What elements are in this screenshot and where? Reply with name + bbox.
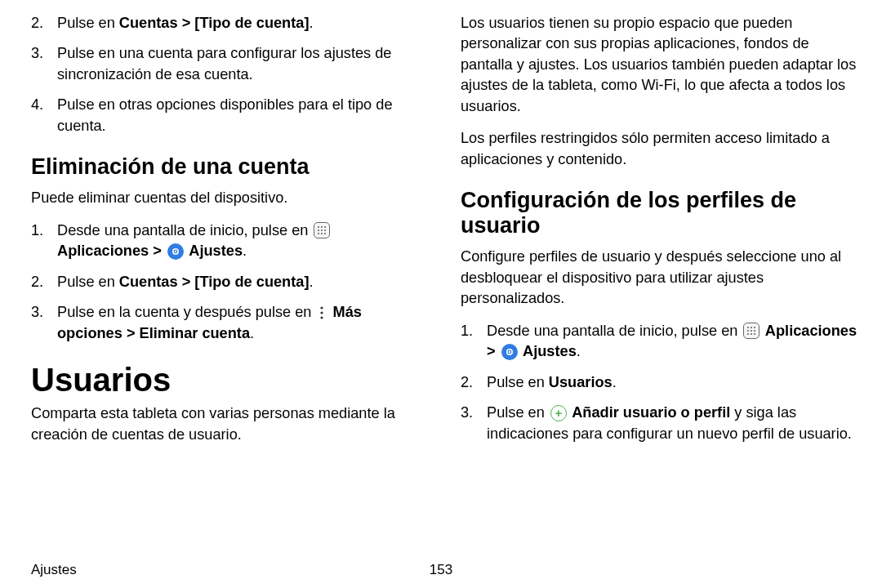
svg-point-0 [318,226,319,228]
step-number: 3. [461,403,480,423]
svg-point-1 [321,226,323,228]
svg-point-20 [747,333,749,335]
text: . [243,243,247,259]
text: . [250,325,254,341]
list-item: 3.Pulse en Añadir usuario o perfil y sig… [461,403,858,444]
text: . [612,374,617,390]
text: Pulse en [57,274,119,290]
bold-text: Ajustes [185,243,243,259]
svg-point-22 [754,333,755,335]
svg-point-4 [321,229,323,231]
text: Desde una pantalla de inicio, pulse en [57,222,312,238]
list-item: 2.Pulse en Usuarios. [461,372,858,393]
apps-icon [314,222,330,238]
svg-point-21 [751,333,752,335]
step-number: 3. [31,43,51,64]
settings-icon [501,344,518,360]
list-item: 3. Pulse en una cuenta para configurar l… [31,43,425,85]
step-number: 4. [31,95,51,115]
bold-text: Ajustes [519,343,577,359]
svg-point-15 [751,327,752,328]
account-steps-top: 2. Pulse en Cuentas > [Tipo de cuenta]. … [31,13,425,136]
step-body: Pulse en Usuarios. [487,374,617,390]
apps-icon [743,323,760,339]
right-column: Los usuarios tienen su propio espacio qu… [448,13,864,580]
paragraph-delete-intro: Puede eliminar cuentas del dispositivo. [31,188,425,208]
settings-icon [167,243,184,260]
left-column: 2. Pulse en Cuentas > [Tipo de cuenta]. … [31,13,448,580]
step-body: Pulse en Cuentas > [Tipo de cuenta]. [57,274,314,290]
step-text-pre: Pulse en una cuenta para configurar los … [57,45,392,82]
profile-config-steps: 1.Desde una pantalla de inicio, pulse en… [461,321,858,444]
step-number: 1. [31,220,51,241]
svg-point-18 [751,330,752,332]
list-item: 2. Pulse en Cuentas > [Tipo de cuenta]. [31,13,425,33]
page: 2. Pulse en Cuentas > [Tipo de cuenta]. … [0,0,882,588]
svg-point-7 [321,233,323,234]
svg-point-17 [747,330,749,332]
svg-point-24 [508,350,510,352]
add-icon [550,405,567,421]
list-item: 2.Pulse en Cuentas > [Tipo de cuenta]. [31,272,425,292]
step-number: 2. [461,372,480,393]
step-number: 3. [31,302,51,323]
heading-delete-account: Eliminación de una cuenta [31,154,425,180]
step-text-post: . [309,15,313,31]
svg-point-16 [754,327,755,328]
step-body: Desde una pantalla de inicio, pulse en A… [57,222,332,259]
list-item: 4. Pulse en otras opciones disponibles p… [31,95,425,136]
svg-point-11 [321,306,323,309]
heading-profile-config: Configuración de los perfiles de usuario [461,188,858,238]
svg-point-10 [175,250,176,252]
bold-text: Aplicaciones > [57,243,166,259]
svg-point-5 [324,229,326,231]
svg-point-2 [324,226,326,228]
text: Desde una pantalla de inicio, pulse en [487,323,742,339]
step-body: Desde una pantalla de inicio, pulse en A… [487,323,857,359]
svg-point-12 [321,311,323,314]
paragraph-users-intro: Comparta esta tableta con varias persona… [31,403,425,445]
bold-text: Cuentas > [Tipo de cuenta] [119,274,310,290]
more-options-icon [317,305,327,321]
svg-point-8 [324,233,326,234]
heading-users: Usuarios [31,362,425,399]
step-text-pre: Pulse en [57,15,119,31]
step-body: Pulse en Añadir usuario o perfil y siga … [487,404,852,441]
text: Pulse en [487,374,549,390]
page-number: 153 [0,562,882,578]
svg-point-3 [318,229,319,231]
paragraph-restricted-profiles: Los perfiles restringidos sólo permiten … [461,128,858,170]
svg-point-14 [747,327,749,328]
step-number: 1. [461,321,480,341]
step-number: 2. [31,13,51,33]
delete-account-steps: 1.Desde una pantalla de inicio, pulse en… [31,220,425,344]
step-text-bold: Cuentas > [Tipo de cuenta] [119,15,310,31]
step-body: Pulse en la cuenta y después pulse en Má… [57,304,362,341]
svg-point-13 [321,316,323,318]
svg-point-6 [318,233,319,234]
svg-point-19 [754,330,755,332]
paragraph-users-own-space: Los usuarios tienen su propio espacio qu… [461,13,858,117]
list-item: 1.Desde una pantalla de inicio, pulse en… [31,220,425,262]
list-item: 1.Desde una pantalla de inicio, pulse en… [461,321,858,363]
step-text-pre: Pulse en otras opciones disponibles para… [57,96,393,133]
bold-text: Usuarios [549,374,612,390]
text: . [309,274,313,290]
bold-text: Añadir usuario o perfil [568,404,730,421]
step-number: 2. [31,272,51,292]
text: Pulse en [487,404,549,421]
paragraph-profile-config-intro: Configure perfiles de usuario y después … [461,247,858,309]
text: Pulse en la cuenta y después pulse en [57,304,315,320]
list-item: 3.Pulse en la cuenta y después pulse en … [31,302,425,344]
text: . [577,343,581,359]
